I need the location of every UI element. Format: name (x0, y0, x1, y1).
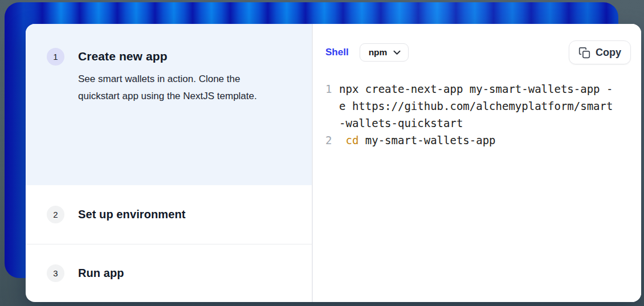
quickstart-card: 1 Create new app See smart wallets in ac… (26, 24, 641, 302)
step-body: Run app (78, 267, 124, 280)
line-number (325, 115, 339, 132)
step-title: Set up environment (78, 208, 186, 221)
step-body: Create new app See smart wallets in acti… (78, 48, 270, 105)
line-number: 1 (325, 80, 339, 97)
line-number (325, 97, 339, 115)
code-panel-header: Shell npm Copy (325, 40, 631, 65)
copy-button[interactable]: Copy (569, 40, 631, 64)
code-line: -wallets-quickstart (325, 115, 631, 132)
code-line: 2 cd my-smart-wallets-app (325, 132, 631, 149)
step-item-create-new-app[interactable]: 1 Create new app See smart wallets in ac… (26, 24, 312, 185)
code-text: my-smart-wallets-app (358, 132, 495, 149)
step-body: Set up environment (78, 208, 186, 221)
step-number-badge: 3 (47, 264, 64, 282)
language-label: Shell (325, 47, 349, 58)
step-number: 3 (53, 268, 58, 278)
steps-list: 1 Create new app See smart wallets in ac… (26, 24, 313, 302)
chevron-down-icon (393, 50, 401, 55)
code-panel: Shell npm Copy (313, 24, 641, 302)
code-block: 1 npx create-next-app my-smart-wallets-a… (325, 80, 631, 149)
code-keyword: cd (339, 132, 358, 149)
step-title: Create new app (78, 50, 270, 63)
code-text: e https://github.com/alchemyplatform/sma… (339, 97, 613, 115)
copy-button-label: Copy (596, 47, 621, 59)
code-line: e https://github.com/alchemyplatform/sma… (325, 97, 631, 115)
step-number: 1 (53, 52, 58, 62)
step-number: 2 (53, 210, 58, 219)
step-number-badge: 1 (47, 48, 64, 66)
code-text: -wallets-quickstart (339, 115, 463, 132)
step-title: Run app (78, 267, 124, 280)
step-description: See smart wallets in action. Clone the q… (78, 71, 270, 105)
line-number: 2 (325, 132, 339, 149)
package-manager-dropdown[interactable]: npm (360, 43, 409, 62)
step-item-set-up-environment[interactable]: 2 Set up environment (26, 185, 312, 244)
code-text: npx create-next-app my-smart-wallets-app… (339, 80, 613, 97)
package-manager-selected-value: npm (369, 47, 388, 58)
copy-icon (578, 47, 590, 59)
step-item-run-app[interactable]: 3 Run app (26, 244, 312, 302)
code-line: 1 npx create-next-app my-smart-wallets-a… (325, 80, 631, 97)
step-number-badge: 2 (47, 206, 64, 223)
